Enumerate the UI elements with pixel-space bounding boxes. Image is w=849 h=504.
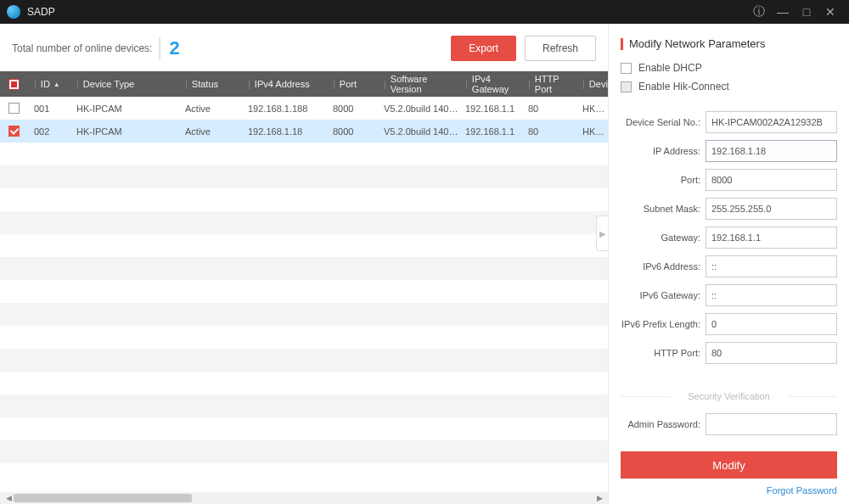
enable-hik-checkbox[interactable]: Enable Hik-Connect [621,81,837,92]
app-title: SADP [27,6,55,18]
serial-field[interactable] [706,111,837,133]
empty-row [0,372,608,395]
cell-http: 80 [521,104,576,114]
col-id[interactable]: |ID▲ [27,71,70,97]
cell-ip: 192.168.1.188 [241,104,326,114]
empty-row [0,349,608,372]
empty-row [0,280,608,303]
sort-asc-icon: ▲ [53,81,60,88]
col-status[interactable]: |Status [178,71,241,97]
ipv6-prefix-field[interactable] [706,313,837,335]
grid-header: |ID▲ |Device Type |Status |IPv4 Address … [0,71,608,97]
gateway-field[interactable] [706,227,837,249]
titlebar: SADP ⓘ — □ ✕ [0,0,849,24]
cell-gateway: 192.168.1.1 [458,126,521,137]
horizontal-scrollbar[interactable]: ◀ ▶ [0,492,608,504]
empty-row [0,234,608,257]
empty-row [0,417,608,440]
close-button[interactable]: ✕ [818,5,842,19]
info-icon[interactable]: ⓘ [747,4,771,20]
cell-software: V5.2.0build 1407... [377,126,458,137]
empty-row [0,463,608,486]
label-gateway: Gateway: [621,232,706,243]
cell-status: Active [178,104,241,114]
empty-row [0,303,608,326]
scrollbar-thumb[interactable] [14,494,192,502]
ipv6-address-field[interactable] [706,255,837,277]
cell-id: 001 [27,104,70,114]
empty-row [0,395,608,417]
device-list-pane: Total number of online devices: 2 Export… [0,24,608,504]
cell-ip: 192.168.1.18 [241,126,326,137]
enable-dhcp-checkbox[interactable]: Enable DHCP [621,62,837,74]
cell-software: V5.2.0build 1407... [377,104,458,114]
table-row[interactable]: 001HK-IPCAMActive192.168.1.1888000V5.2.0… [0,97,608,120]
col-software[interactable]: |Software Version [377,71,458,97]
label-mask: Subnet Mask: [621,204,706,214]
scroll-right-icon[interactable]: ▶ [594,494,604,502]
empty-row [0,440,608,463]
empty-row [0,211,608,234]
table-row[interactable]: 002HK-IPCAMActive192.168.1.188000V5.2.0b… [0,120,608,143]
security-verification-label: Security Verification [621,391,837,401]
admin-password-field[interactable] [706,413,837,435]
empty-row [0,326,608,349]
col-http-port[interactable]: |HTTP Port [521,71,576,97]
scroll-left-icon[interactable]: ◀ [3,494,14,502]
cell-dsn: HK-IP [576,104,606,114]
cell-port: 8000 [326,104,377,114]
forgot-password-link[interactable]: Forgot Password [621,485,837,496]
label-ipv6a: IPv6 Address: [621,261,706,272]
header-checkbox[interactable] [0,71,27,97]
accent-bar-icon [621,38,623,50]
panel-title: Modify Network Parameters [621,37,837,50]
label-http: HTTP Port: [621,348,706,358]
row-checkbox[interactable] [8,126,20,137]
label-ipv6p: IPv6 Prefix Length: [621,319,706,329]
row-checkbox[interactable] [8,103,20,114]
http-port-field[interactable] [706,342,837,364]
cell-type: HK-IPCAM [70,126,178,137]
cell-status: Active [178,126,241,137]
minimize-button[interactable]: — [771,5,795,19]
maximize-button[interactable]: □ [795,5,818,19]
empty-row [0,188,608,211]
label-adminpw: Admin Password: [621,419,706,429]
toolbar: Total number of online devices: 2 Export… [0,24,608,71]
cell-type: HK-IPCAM [70,104,178,114]
cell-http: 80 [521,126,576,137]
col-ipv4[interactable]: |IPv4 Address [241,71,326,97]
label-ipv6g: IPv6 Gateway: [621,290,706,300]
cell-dsn: HK-IP [576,126,606,137]
total-devices-label: Total number of online devices: [12,42,152,54]
empty-row [0,165,608,188]
col-device-sn[interactable]: |Device [576,71,606,97]
mask-field[interactable] [706,198,837,220]
label-port: Port: [621,175,706,185]
device-grid: |ID▲ |Device Type |Status |IPv4 Address … [0,71,608,492]
refresh-button[interactable]: Refresh [525,36,596,61]
col-gateway[interactable]: |IPv4 Gateway [458,71,521,97]
cell-id: 002 [27,126,70,137]
modify-panel: Modify Network Parameters Enable DHCP En… [608,24,849,504]
empty-row [0,143,608,165]
ip-field[interactable] [706,140,837,162]
cell-port: 8000 [326,126,377,137]
expand-handle[interactable]: ▶ [596,216,608,251]
modify-button[interactable]: Modify [621,451,837,479]
cell-gateway: 192.168.1.1 [458,104,521,114]
export-button[interactable]: Export [451,36,516,61]
label-serial: Device Serial No.: [621,117,706,127]
col-port[interactable]: |Port [326,71,377,97]
app-logo-icon [7,5,20,19]
col-device-type[interactable]: |Device Type [70,71,178,97]
ipv6-gateway-field[interactable] [706,284,837,306]
port-field[interactable] [706,169,837,191]
label-ip: IP Address: [621,146,706,156]
empty-row [0,257,608,280]
total-devices-count: 2 [159,37,179,59]
